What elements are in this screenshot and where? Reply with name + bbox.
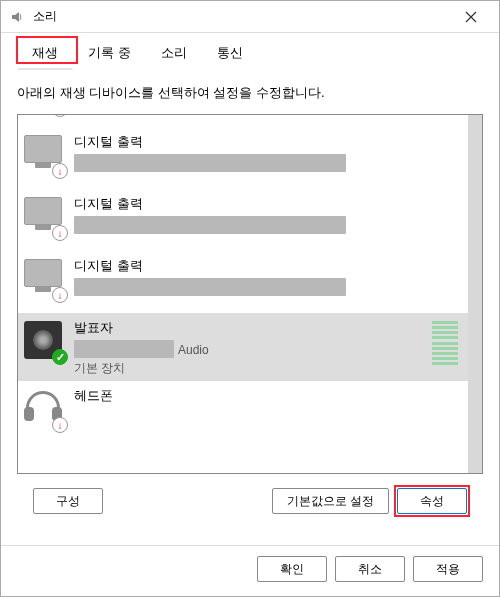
device-info: 발표자 Audio기본 장치	[74, 317, 428, 377]
tab-label: 소리	[161, 45, 187, 60]
device-item[interactable]: ✓발표자 Audio기본 장치	[18, 313, 468, 381]
monitor-icon: ↓	[24, 259, 66, 301]
tab-label: 재생	[32, 45, 58, 60]
sound-dialog: 소리 재생 기록 중 소리 통신 아래의 재생 디바이스를 선택하여 설정을 수…	[0, 0, 500, 597]
check-badge-icon: ✓	[52, 349, 68, 365]
close-button[interactable]	[451, 3, 491, 31]
content-area: 아래의 재생 디바이스를 선택하여 설정을 수정합니다. ↓Digital Ou…	[1, 70, 499, 545]
annotation-highlight: 속성	[397, 488, 467, 514]
titlebar: 소리	[1, 1, 499, 33]
tab-recording[interactable]: 기록 중	[73, 37, 146, 70]
ok-button[interactable]: 확인	[257, 556, 327, 582]
tab-label: 통신	[217, 45, 243, 60]
down-arrow-badge-icon: ↓	[52, 163, 68, 179]
down-arrow-badge-icon: ↓	[52, 115, 68, 117]
instruction-text: 아래의 재생 디바이스를 선택하여 설정을 수정합니다.	[17, 84, 483, 102]
tab-communications[interactable]: 통신	[202, 37, 258, 70]
down-arrow-badge-icon: ↓	[52, 287, 68, 303]
configure-button[interactable]: 구성	[33, 488, 103, 514]
device-item[interactable]: ↓Digital Output	[18, 115, 468, 127]
device-info: 디지털 출력	[74, 131, 462, 174]
device-name: 디지털 출력	[74, 257, 462, 275]
device-status: 기본 장치	[74, 360, 428, 377]
dialog-buttons: 확인 취소 적용	[1, 545, 499, 596]
scrollbar[interactable]	[468, 115, 482, 473]
tab-strip: 재생 기록 중 소리 통신	[1, 33, 499, 70]
device-info: 디지털 출력	[74, 255, 462, 298]
tab-label: 기록 중	[88, 45, 131, 60]
cancel-button[interactable]: 취소	[335, 556, 405, 582]
tab-sounds[interactable]: 소리	[146, 37, 202, 70]
device-item[interactable]: ↓디지털 출력	[18, 189, 468, 251]
device-info: 헤드폰	[74, 385, 462, 408]
monitor-icon: ↓	[24, 135, 66, 177]
device-item[interactable]: ↓디지털 출력	[18, 251, 468, 313]
properties-button[interactable]: 속성	[397, 488, 467, 514]
device-info: 디지털 출력	[74, 193, 462, 236]
down-arrow-badge-icon: ↓	[52, 417, 68, 433]
device-list: ↓Digital Output↓디지털 출력↓디지털 출력↓디지털 출력✓발표자…	[17, 114, 483, 474]
sound-icon	[9, 9, 25, 25]
monitor-icon: ↓	[24, 197, 66, 239]
device-name: 디지털 출력	[74, 133, 462, 151]
device-list-scroll[interactable]: ↓Digital Output↓디지털 출력↓디지털 출력↓디지털 출력✓발표자…	[18, 115, 468, 473]
level-meter	[432, 321, 458, 365]
headphone-icon: ↓	[24, 389, 66, 431]
device-name: 발표자	[74, 319, 428, 337]
device-item[interactable]: ↓디지털 출력	[18, 127, 468, 189]
tab-playback[interactable]: 재생	[17, 37, 73, 70]
device-name: 헤드폰	[74, 387, 462, 405]
device-item[interactable]: ↓헤드폰	[18, 381, 468, 443]
action-row: 구성 기본값으로 설정 속성	[17, 474, 483, 520]
set-default-button[interactable]: 기본값으로 설정	[272, 488, 389, 514]
device-name: 디지털 출력	[74, 195, 462, 213]
down-arrow-badge-icon: ↓	[52, 225, 68, 241]
device-desc-suffix: Audio	[178, 343, 209, 357]
speaker-icon: ✓	[24, 321, 66, 363]
window-title: 소리	[33, 8, 451, 25]
apply-button[interactable]: 적용	[413, 556, 483, 582]
